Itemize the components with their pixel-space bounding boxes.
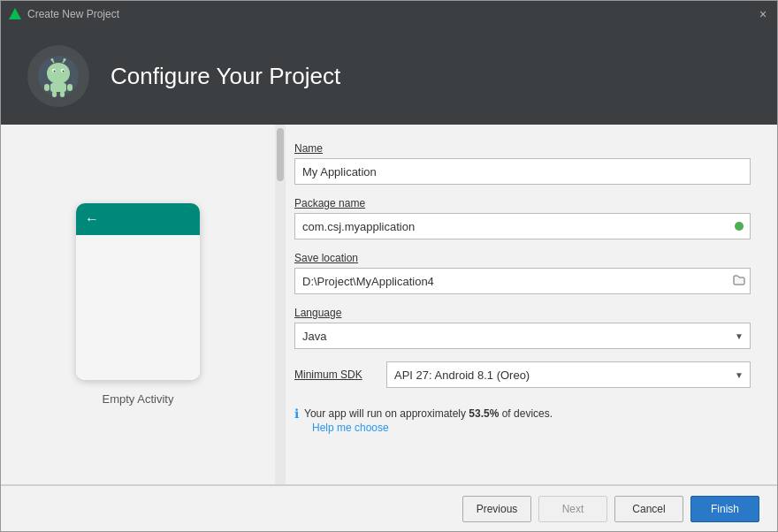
- svg-point-5: [54, 71, 56, 72]
- sdk-select[interactable]: API 21: Android 5.0 (Lollipop) API 23: A…: [386, 361, 751, 388]
- svg-marker-0: [9, 8, 21, 19]
- main-content: ← Empty Activity Name Package name: [1, 125, 777, 484]
- window: Create New Project ×: [0, 0, 778, 532]
- language-label: Language: [294, 307, 751, 319]
- svg-point-6: [63, 71, 65, 72]
- next-button[interactable]: Next: [538, 496, 607, 522]
- sdk-info-row: ℹ Your app will run on approximately 53.…: [294, 406, 751, 422]
- help-link[interactable]: Help me choose: [312, 422, 751, 434]
- language-select[interactable]: Java Kotlin: [294, 323, 751, 349]
- phone-preview: ←: [76, 203, 200, 380]
- phone-status-bar: ←: [76, 203, 200, 235]
- package-input-wrapper: [294, 213, 751, 239]
- info-percentage: 53.5%: [469, 407, 499, 420]
- activity-label: Empty Activity: [103, 392, 174, 406]
- sdk-row: Minimum SDK API 21: Android 5.0 (Lollipo…: [294, 361, 751, 388]
- name-label: Name: [294, 142, 751, 155]
- save-location-input[interactable]: [294, 268, 751, 294]
- package-label: Package name: [294, 197, 751, 209]
- app-icon: [8, 7, 22, 21]
- header: Configure Your Project: [1, 27, 777, 125]
- language-group: Language Java Kotlin ▼: [294, 307, 751, 349]
- sdk-select-wrapper: API 21: Android 5.0 (Lollipop) API 23: A…: [386, 361, 751, 388]
- footer: Previous Next Cancel Finish: [1, 485, 777, 531]
- back-arrow-icon: ←: [85, 211, 99, 227]
- svg-point-10: [64, 58, 66, 61]
- sdk-label: Minimum SDK: [294, 369, 374, 381]
- header-logo: [27, 45, 89, 107]
- package-status-dot: [735, 222, 744, 231]
- finish-button[interactable]: Finish: [690, 496, 759, 522]
- save-location-label: Save location: [294, 252, 751, 264]
- scrollbar-thumb: [277, 128, 284, 181]
- phone-body: [76, 235, 200, 380]
- folder-icon[interactable]: [733, 274, 745, 288]
- svg-rect-12: [44, 84, 50, 91]
- svg-rect-15: [60, 91, 65, 97]
- sdk-info-text: Your app will run on approximately 53.5%…: [304, 406, 553, 422]
- name-group: Name: [294, 142, 751, 185]
- svg-point-9: [51, 58, 54, 61]
- title-bar: Create New Project ×: [1, 1, 777, 27]
- close-button[interactable]: ×: [756, 7, 770, 21]
- sdk-info: ℹ Your app will run on approximately 53.…: [294, 402, 751, 434]
- title-bar-text: Create New Project: [27, 8, 756, 20]
- package-input[interactable]: [294, 213, 751, 239]
- svg-rect-14: [52, 91, 57, 97]
- svg-rect-13: [67, 84, 72, 91]
- language-select-wrapper: Java Kotlin ▼: [294, 323, 751, 349]
- name-input[interactable]: [294, 158, 751, 185]
- scrollbar[interactable]: [275, 125, 286, 484]
- previous-button[interactable]: Previous: [462, 496, 531, 522]
- svg-point-2: [47, 63, 70, 84]
- form-panel: Name Package name Save location: [286, 125, 777, 484]
- save-location-input-wrapper: [294, 268, 751, 294]
- cancel-button[interactable]: Cancel: [614, 496, 683, 522]
- package-group: Package name: [294, 197, 751, 239]
- svg-rect-11: [50, 83, 66, 92]
- info-icon: ℹ: [294, 407, 299, 421]
- info-text-suffix: of devices.: [499, 407, 553, 420]
- save-location-group: Save location: [294, 252, 751, 294]
- header-title: Configure Your Project: [111, 63, 340, 90]
- left-panel: ← Empty Activity: [1, 125, 275, 484]
- info-text-prefix: Your app will run on approximately: [304, 407, 469, 420]
